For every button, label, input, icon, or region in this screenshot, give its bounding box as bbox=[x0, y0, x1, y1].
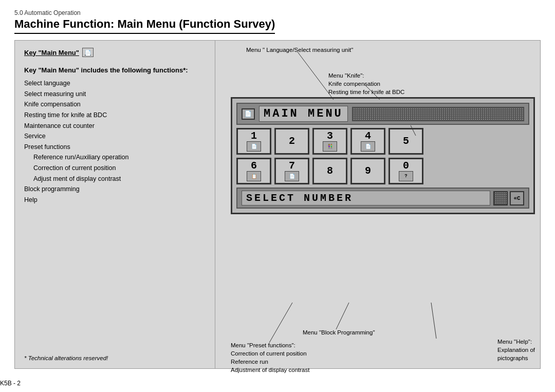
key-main-menu-label: Key "Main Menu" 📄 bbox=[24, 48, 206, 57]
display-title-bar: 📄 MAIN MENU bbox=[236, 103, 529, 125]
btn-2[interactable]: 2 bbox=[274, 128, 309, 155]
select-right-icons: «C bbox=[493, 191, 524, 206]
btn-5[interactable]: 5 bbox=[388, 128, 423, 155]
menu-preset-title: Menu "Preset functions": bbox=[231, 342, 295, 348]
list-item: Resting time for knife at BDC bbox=[24, 110, 206, 121]
key-label-text: Key "Main Menu" bbox=[24, 49, 79, 57]
machine-display-wrapper: 📄 MAIN MENU 1 📄 2 bbox=[231, 97, 535, 214]
btn-7[interactable]: 7 📄 bbox=[274, 158, 309, 184]
menu-block-label: Menu "Block Programming" bbox=[303, 328, 375, 337]
display-title-pattern bbox=[352, 107, 524, 121]
list-item: Knife compensation bbox=[24, 99, 206, 110]
list-item: Help bbox=[24, 195, 206, 206]
menu-help-item2: pictographs bbox=[497, 355, 528, 361]
menu-preset-item1: Correction of current position bbox=[231, 350, 307, 357]
function-list: Select language Select measuring unit Kn… bbox=[24, 78, 206, 206]
page-id: K5B - 2 bbox=[0, 380, 21, 387]
menu-knife-item2: Resting time for knife at BDC bbox=[328, 89, 404, 95]
menu-help-title: Menu "Help": bbox=[497, 339, 532, 345]
btn-6[interactable]: 6 📋 bbox=[236, 158, 271, 184]
menu-knife-title: Menu "Knife": bbox=[328, 72, 364, 79]
menu-language-label: Menu " Language/Select measuring unit" bbox=[246, 46, 353, 54]
list-item: Maintenance cut counter bbox=[24, 121, 206, 132]
section-label: 5.0 Automatic Operation bbox=[14, 9, 541, 16]
list-item: Select language bbox=[24, 78, 206, 89]
btn-1[interactable]: 1 📄 bbox=[236, 128, 271, 155]
key-functions-title: Key "Main Menu" includes the following f… bbox=[24, 66, 206, 74]
list-item-indent: Reference run/Auxiliary operation bbox=[24, 152, 206, 163]
menu-help-item1: Explanation of bbox=[497, 347, 535, 353]
main-menu-icon: 📄 bbox=[82, 48, 94, 57]
list-item: Block programming bbox=[24, 184, 206, 195]
page-title: Machine Function: Main Menu (Function Su… bbox=[14, 17, 275, 34]
display-select-bar: SELECT NUMBER «C bbox=[236, 188, 529, 209]
select-icon-c[interactable]: «C bbox=[510, 191, 524, 206]
btn-7-icon: 📄 bbox=[285, 171, 299, 181]
button-row-1: 1 📄 2 3 👫 4 📄 bbox=[236, 128, 529, 155]
right-panel: Menu " Language/Select measuring unit" M… bbox=[215, 41, 540, 368]
btn-4[interactable]: 4 📄 bbox=[350, 128, 385, 155]
display-icon-box: 📄 bbox=[242, 108, 255, 120]
btn-4-icon: 📄 bbox=[361, 141, 375, 152]
select-icon-grid bbox=[493, 191, 508, 206]
display-title-text: MAIN MENU bbox=[259, 106, 348, 122]
menu-preset-label: Menu "Preset functions": Correction of c… bbox=[231, 341, 309, 374]
left-panel: Key "Main Menu" 📄 Key "Main Menu" includ… bbox=[15, 41, 215, 368]
btn-0-icon: ? bbox=[399, 171, 413, 181]
list-item-indent: Correction of current position bbox=[24, 163, 206, 174]
btn-9[interactable]: 9 bbox=[350, 158, 385, 184]
btn-3[interactable]: 3 👫 bbox=[312, 128, 347, 155]
list-item-indent: Adjust ment of display contrast bbox=[24, 174, 206, 184]
menu-knife-item1: Knife compensation bbox=[328, 81, 380, 87]
btn-6-icon: 📋 bbox=[247, 171, 261, 181]
button-row-2: 6 📋 7 📄 8 9 bbox=[236, 158, 529, 184]
btn-8[interactable]: 8 bbox=[312, 158, 347, 184]
list-item: Select measuring unit bbox=[24, 89, 206, 100]
btn-1-icon: 📄 bbox=[247, 141, 261, 152]
menu-preset-item2: Reference run bbox=[231, 359, 268, 365]
menu-help-label: Menu "Help": Explanation of pictographs bbox=[497, 338, 535, 362]
svg-line-4 bbox=[269, 303, 292, 343]
svg-line-3 bbox=[336, 303, 349, 329]
btn-3-icon: 👫 bbox=[323, 141, 337, 152]
menu-preset-item3: Adjustment of display contrast bbox=[231, 367, 309, 373]
select-text: SELECT NUMBER bbox=[242, 191, 490, 206]
svg-line-5 bbox=[431, 303, 436, 339]
list-item: Preset functions bbox=[24, 142, 206, 153]
machine-display: 📄 MAIN MENU 1 📄 2 bbox=[231, 97, 535, 214]
list-item: Service bbox=[24, 131, 206, 142]
footer-note: * Technical alterations reserved! bbox=[24, 350, 206, 361]
btn-0[interactable]: 0 ? bbox=[388, 158, 423, 184]
